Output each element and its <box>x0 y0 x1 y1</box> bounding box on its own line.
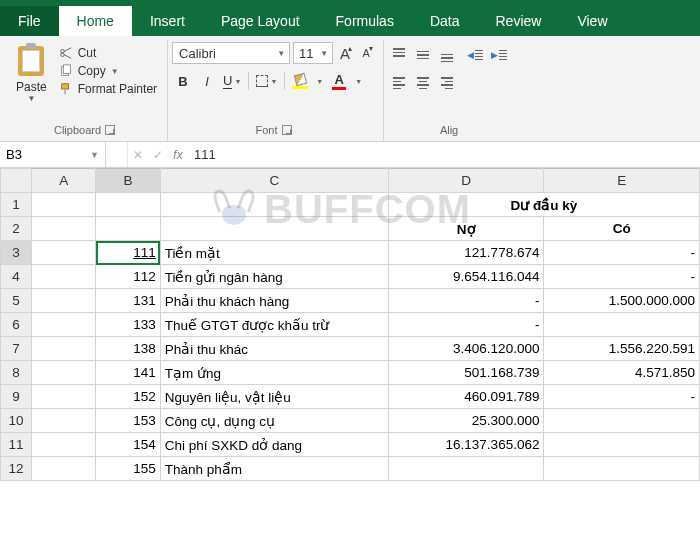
cell[interactable] <box>544 457 700 481</box>
cut-button[interactable]: Cut <box>59 46 157 60</box>
cell[interactable]: 1.556.220.591 <box>544 337 700 361</box>
cell[interactable] <box>32 433 96 457</box>
cell[interactable] <box>32 457 96 481</box>
row-header[interactable]: 6 <box>1 313 32 337</box>
cell[interactable]: 9.654.116.044 <box>388 265 544 289</box>
cell[interactable]: 153 <box>96 409 160 433</box>
paste-button[interactable]: Paste ▼ <box>10 42 53 105</box>
cell[interactable] <box>32 193 96 217</box>
name-box[interactable]: B3▼ <box>0 142 106 167</box>
cell[interactable]: 154 <box>96 433 160 457</box>
border-button[interactable]: ▼ <box>253 70 280 92</box>
cell[interactable]: 152 <box>96 385 160 409</box>
cell[interactable]: - <box>388 313 544 337</box>
select-all-corner[interactable] <box>1 169 32 193</box>
accept-formula-button[interactable]: ✓ <box>148 142 168 167</box>
tab-home[interactable]: Home <box>59 6 132 36</box>
align-top-button[interactable] <box>388 44 410 66</box>
cell[interactable] <box>32 385 96 409</box>
cell[interactable] <box>96 217 160 241</box>
cell[interactable] <box>32 313 96 337</box>
italic-button[interactable]: I <box>196 70 218 92</box>
cell[interactable] <box>160 217 388 241</box>
tab-formulas[interactable]: Formulas <box>318 6 412 36</box>
row-header[interactable]: 7 <box>1 337 32 361</box>
align-left-button[interactable] <box>388 72 410 94</box>
col-header-a[interactable]: A <box>32 169 96 193</box>
tab-view[interactable]: View <box>559 6 625 36</box>
cell[interactable]: 121.778.674 <box>388 241 544 265</box>
cell[interactable]: Tiền mặt <box>160 241 388 265</box>
cell[interactable]: 133 <box>96 313 160 337</box>
cell[interactable] <box>388 457 544 481</box>
align-middle-button[interactable] <box>412 44 434 66</box>
cell[interactable] <box>32 289 96 313</box>
cell[interactable]: Chi phí SXKD dở dang <box>160 433 388 457</box>
cell[interactable]: 131 <box>96 289 160 313</box>
underline-button[interactable]: U▼ <box>220 70 244 92</box>
decrease-font-button[interactable]: A▾ <box>357 42 375 64</box>
font-color-button[interactable]: A <box>328 70 350 92</box>
cell[interactable]: 25.300.000 <box>388 409 544 433</box>
cell[interactable]: 4.571.850 <box>544 361 700 385</box>
cell[interactable]: 155 <box>96 457 160 481</box>
align-bottom-button[interactable] <box>436 44 458 66</box>
cell[interactable]: Có <box>544 217 700 241</box>
cell[interactable]: Thành phẩm <box>160 457 388 481</box>
row-header[interactable]: 8 <box>1 361 32 385</box>
tab-review[interactable]: Review <box>478 6 560 36</box>
row-header[interactable]: 9 <box>1 385 32 409</box>
row-header[interactable]: 4 <box>1 265 32 289</box>
cell[interactable]: Tiền gửi ngân hàng <box>160 265 388 289</box>
col-header-b[interactable]: B <box>96 169 160 193</box>
bold-button[interactable]: B <box>172 70 194 92</box>
col-header-c[interactable]: C <box>160 169 388 193</box>
cell[interactable] <box>32 337 96 361</box>
col-header-e[interactable]: E <box>544 169 700 193</box>
dialog-launcher-icon[interactable] <box>105 125 115 135</box>
cell[interactable]: 460.091.789 <box>388 385 544 409</box>
cell[interactable] <box>160 193 388 217</box>
font-name-select[interactable]: Calibri▼ <box>172 42 290 64</box>
tab-page-layout[interactable]: Page Layout <box>203 6 318 36</box>
decrease-indent-button[interactable]: ◀ <box>464 44 486 66</box>
cell-selected[interactable]: 111 <box>96 241 160 265</box>
cell[interactable]: 138 <box>96 337 160 361</box>
tab-insert[interactable]: Insert <box>132 6 203 36</box>
cell[interactable] <box>32 361 96 385</box>
cell[interactable]: 3.406.120.000 <box>388 337 544 361</box>
cell[interactable] <box>32 217 96 241</box>
cell[interactable] <box>544 313 700 337</box>
row-header[interactable]: 2 <box>1 217 32 241</box>
tab-data[interactable]: Data <box>412 6 478 36</box>
cell[interactable] <box>544 409 700 433</box>
row-header[interactable]: 3 <box>1 241 32 265</box>
cell[interactable]: - <box>388 289 544 313</box>
format-painter-button[interactable]: Format Painter <box>59 82 157 96</box>
cell[interactable]: Nguyên liệu, vật liệu <box>160 385 388 409</box>
cell[interactable]: 16.137.365.062 <box>388 433 544 457</box>
font-color-dropdown[interactable]: ▼ <box>352 70 365 92</box>
cell[interactable]: 112 <box>96 265 160 289</box>
dialog-launcher-icon[interactable] <box>282 125 292 135</box>
cell[interactable]: - <box>544 241 700 265</box>
tab-file[interactable]: File <box>0 6 59 36</box>
cell[interactable]: - <box>544 385 700 409</box>
cell[interactable]: 501.168.739 <box>388 361 544 385</box>
font-size-select[interactable]: 11▼ <box>293 42 333 64</box>
cell[interactable] <box>32 241 96 265</box>
copy-button[interactable]: Copy ▼ <box>59 64 157 78</box>
fx-button[interactable]: fx <box>168 142 188 167</box>
row-header[interactable]: 1 <box>1 193 32 217</box>
row-header[interactable]: 11 <box>1 433 32 457</box>
cell[interactable]: Công cụ, dụng cụ <box>160 409 388 433</box>
row-header[interactable]: 12 <box>1 457 32 481</box>
fill-color-dropdown[interactable]: ▼ <box>313 70 326 92</box>
cell[interactable] <box>32 265 96 289</box>
align-center-button[interactable] <box>412 72 434 94</box>
cell[interactable] <box>32 409 96 433</box>
cancel-formula-button[interactable]: ✕ <box>128 142 148 167</box>
cell[interactable]: 1.500.000.000 <box>544 289 700 313</box>
cell[interactable]: 141 <box>96 361 160 385</box>
formula-input[interactable]: 111 <box>188 142 700 167</box>
